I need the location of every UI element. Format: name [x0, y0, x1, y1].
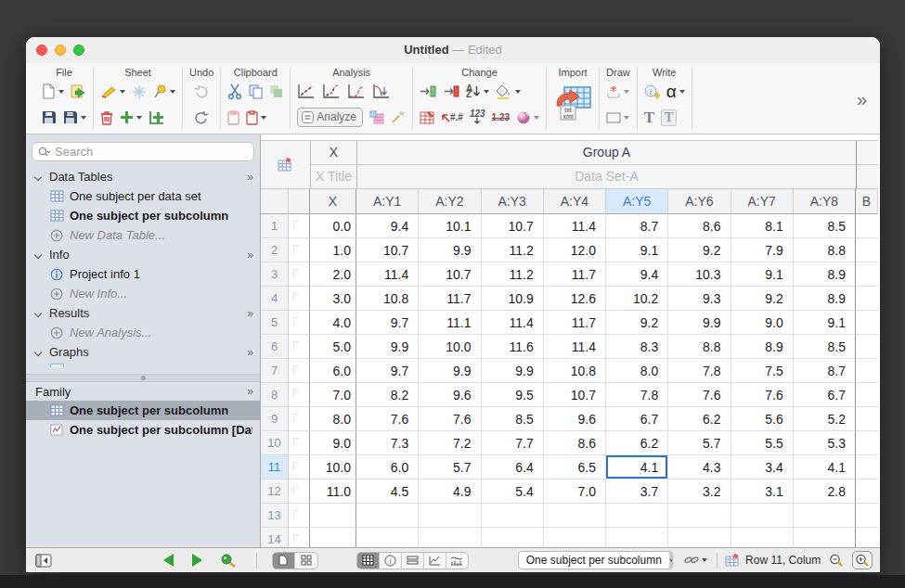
data-cell[interactable]: 6.2: [668, 407, 730, 431]
row-number[interactable]: 4: [261, 287, 289, 311]
data-cell[interactable]: 11.4: [356, 262, 419, 287]
delete-sheet-button[interactable]: [100, 108, 113, 128]
data-cell[interactable]: 2.8: [794, 479, 856, 504]
data-cell[interactable]: [606, 528, 668, 547]
edit-table-format-icon[interactable]: [420, 108, 434, 128]
section-header-data-tables[interactable]: Data Tables»: [26, 167, 260, 186]
forward-button[interactable]: [192, 554, 202, 567]
data-cell-b[interactable]: [856, 455, 878, 479]
row-marker-cell[interactable]: [289, 287, 310, 311]
new-sheet-button[interactable]: [120, 108, 142, 128]
data-cell[interactable]: 11.2: [482, 238, 544, 262]
row-number[interactable]: 5: [261, 311, 289, 335]
data-cell-b[interactable]: [856, 359, 878, 383]
data-cell-b[interactable]: [856, 287, 878, 311]
x-value-cell[interactable]: 4.0: [310, 311, 356, 335]
data-cell[interactable]: 5.7: [668, 431, 730, 455]
data-cell[interactable]: 4.3: [668, 455, 730, 479]
data-cell-b[interactable]: [856, 504, 878, 528]
data-cell[interactable]: 11.4: [544, 214, 606, 238]
data-cell[interactable]: [731, 528, 794, 547]
section-more-button[interactable]: »: [247, 307, 252, 320]
data-cell[interactable]: 7.5: [731, 359, 794, 383]
data-cell[interactable]: [356, 504, 419, 528]
data-cell[interactable]: 3.2: [668, 479, 730, 504]
data-cell[interactable]: 8.2: [356, 383, 419, 407]
search-input[interactable]: Search: [32, 142, 254, 161]
column-header-a-y6[interactable]: A:Y6: [668, 189, 730, 214]
data-cell[interactable]: 5.5: [731, 431, 794, 455]
column-header-a-y4[interactable]: A:Y4: [544, 189, 606, 214]
draw-shape-button[interactable]: [606, 108, 629, 128]
data-cell[interactable]: 10.8: [356, 287, 419, 311]
data-cell[interactable]: 7.6: [419, 407, 481, 431]
row-number[interactable]: 1: [261, 214, 289, 238]
row-marker-cell[interactable]: [289, 214, 310, 238]
data-cell[interactable]: 8.8: [668, 335, 730, 359]
section-more-button[interactable]: »: [247, 249, 252, 262]
data-cell[interactable]: 6.2: [606, 431, 668, 455]
pin-button[interactable]: [153, 82, 175, 102]
row-number[interactable]: 13: [261, 504, 289, 528]
x-value-cell[interactable]: [310, 528, 356, 547]
magic-wand-icon[interactable]: [391, 108, 406, 128]
data-cell[interactable]: 10.7: [482, 214, 544, 238]
row-number[interactable]: 9: [261, 407, 289, 431]
dataset-title-cell[interactable]: Data Set-A: [356, 165, 856, 190]
move-column-right-icon[interactable]: [443, 82, 459, 102]
data-cell[interactable]: 8.7: [606, 214, 668, 238]
row-number[interactable]: 7: [261, 359, 289, 383]
row-marker-cell[interactable]: [289, 383, 310, 407]
import-data-button[interactable]: txt xml: [553, 80, 592, 124]
exclude-values-button[interactable]: 1.23: [492, 108, 510, 128]
x-value-cell[interactable]: 6.0: [310, 359, 356, 383]
sheet-picker-dropdown[interactable]: One subject per subcolumn: [518, 551, 673, 569]
data-cell[interactable]: 8.9: [731, 335, 794, 359]
text-box-tool-button[interactable]: T: [661, 108, 677, 128]
x-title-cell[interactable]: X Title: [310, 165, 356, 190]
row-number[interactable]: 3: [261, 262, 289, 287]
sidebar-item-one-subject-per-subcolumn-data[interactable]: One subject per subcolumn [Data: [26, 420, 260, 440]
data-cell[interactable]: [356, 528, 419, 547]
data-cell-b[interactable]: [856, 238, 878, 262]
data-cell[interactable]: 9.2: [668, 238, 730, 262]
back-button[interactable]: [163, 554, 174, 567]
x-value-cell[interactable]: 7.0: [310, 383, 356, 407]
group-a-header[interactable]: Group A: [356, 140, 856, 165]
family-more-button[interactable]: »: [247, 385, 252, 398]
data-cell[interactable]: [668, 504, 730, 528]
row-marker-cell[interactable]: [289, 262, 310, 287]
section-more-button[interactable]: »: [247, 171, 252, 184]
linked-sheets-button[interactable]: [684, 550, 707, 570]
data-cell[interactable]: 9.3: [668, 287, 730, 311]
data-cell[interactable]: 3.1: [731, 479, 794, 504]
data-cell-b[interactable]: [856, 407, 878, 431]
greek-alpha-button[interactable]: α: [666, 82, 685, 102]
data-cell[interactable]: 10.1: [419, 214, 481, 238]
data-cell[interactable]: 11.4: [544, 335, 606, 359]
duplicate-analysis-icon[interactable]: [369, 108, 384, 128]
open-duplicate-sheet-button[interactable]: [71, 82, 86, 102]
data-cell[interactable]: 9.5: [482, 383, 544, 407]
x-value-cell[interactable]: 5.0: [310, 335, 356, 359]
data-cell[interactable]: 10.7: [419, 262, 481, 287]
find-sheet-button[interactable]: [220, 550, 237, 570]
section-more-button[interactable]: »: [247, 346, 252, 359]
x-value-cell[interactable]: 1.0: [310, 238, 356, 262]
data-cell[interactable]: 7.9: [731, 238, 794, 262]
data-cell[interactable]: 12.0: [544, 238, 606, 262]
undo-button[interactable]: [194, 108, 209, 128]
data-cell[interactable]: [419, 504, 481, 528]
data-cell[interactable]: 11.4: [482, 311, 544, 335]
data-cell[interactable]: 7.8: [668, 359, 730, 383]
zoom-out-button[interactable]: [826, 551, 847, 569]
data-cell[interactable]: 6.5: [544, 455, 606, 479]
data-cell[interactable]: 9.9: [419, 359, 481, 383]
data-cell[interactable]: 8.5: [794, 335, 856, 359]
gallery-view-button[interactable]: [295, 553, 317, 569]
data-cell[interactable]: [544, 504, 606, 528]
data-cell[interactable]: 8.8: [794, 238, 856, 262]
data-cell[interactable]: [482, 504, 544, 528]
data-cell[interactable]: 11.7: [544, 311, 606, 335]
data-cell[interactable]: 7.3: [356, 431, 419, 455]
